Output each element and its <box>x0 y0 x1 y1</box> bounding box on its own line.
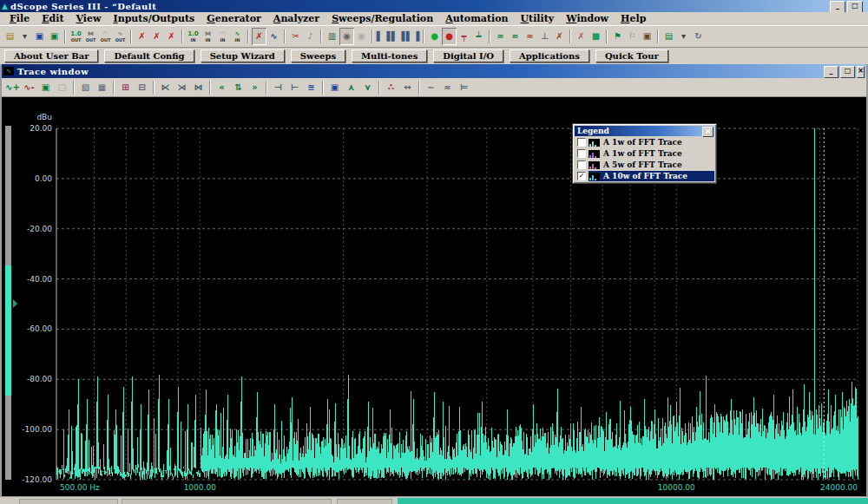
legend-checkbox-2[interactable] <box>577 149 586 158</box>
input-monitor-icon[interactable]: ◠IN <box>215 28 230 45</box>
input-aux-icon[interactable]: ∿IN <box>230 28 245 45</box>
output-digital-icon[interactable]: ⋈OUT <box>83 28 98 45</box>
trace-close-button[interactable]: × <box>857 66 865 78</box>
graph-options-icon[interactable]: ⊞ <box>117 79 134 96</box>
trace-window-titlebar[interactable]: ∿ Trace window _ □ × <box>2 64 866 78</box>
expand-x-icon[interactable]: ⋉ <box>157 79 174 96</box>
menu-item-generator[interactable]: Generator <box>201 13 267 24</box>
level-meter-handle[interactable] <box>13 299 17 308</box>
channel-status-b-icon[interactable]: ▌▐ <box>391 28 405 45</box>
legend-row-4[interactable]: ✓A 10w of FFT Trace <box>575 171 714 181</box>
pan-right-icon[interactable]: » <box>247 79 263 96</box>
aux-settings-icon[interactable]: ◉ <box>354 28 369 45</box>
z-order-icon[interactable]: ≅ <box>303 79 319 96</box>
legend-toggle-icon[interactable]: ▣ <box>326 79 343 96</box>
menu-item-analyzer[interactable]: Analyzer <box>267 13 326 24</box>
monitor-settings-icon[interactable]: ▥ <box>325 28 339 45</box>
menu-item-help[interactable]: Help <box>615 13 652 24</box>
save-traces-icon[interactable]: ▣ <box>37 79 54 96</box>
report-icon[interactable]: ▤ <box>661 28 676 45</box>
input-digital-icon[interactable]: ⋈IN <box>201 28 215 45</box>
split-traces-icon[interactable]: ⋏ <box>343 79 359 96</box>
userbar-button-setup-wizard[interactable]: Setup Wizard <box>201 49 285 62</box>
minimized-panel[interactable] <box>337 499 392 504</box>
run-icon[interactable]: ● <box>427 28 442 45</box>
merge-traces-icon[interactable]: ⋎ <box>359 79 376 96</box>
open-dropdown-icon[interactable]: ▾ <box>17 28 32 45</box>
open-config-icon[interactable]: ▤ <box>3 28 17 45</box>
userbar-button-digital-i-o[interactable]: Digital I/O <box>433 49 503 62</box>
sweep-stop-icon[interactable]: ≈ <box>523 28 537 45</box>
userbar-button-multi-tones[interactable]: Multi-tones <box>352 49 427 62</box>
signal-cut-icon[interactable]: ✂ <box>288 28 303 45</box>
add-trace-icon[interactable]: ∿+ <box>4 79 21 96</box>
stop-icon[interactable]: ● <box>442 28 457 45</box>
legend-checkbox-4[interactable]: ✓ <box>577 172 586 180</box>
measure-icon[interactable]: ⊨ <box>456 79 472 96</box>
fit-trace-icon[interactable]: ⋈ <box>190 79 207 96</box>
restore-button[interactable]: □ <box>847 1 863 13</box>
userbar-button-about-user-bar[interactable]: About User Bar <box>4 49 98 62</box>
stretch-x-icon[interactable]: ↔ <box>399 79 416 96</box>
mute-output-b-icon[interactable]: ✗ <box>149 28 164 45</box>
sweep-settle-icon[interactable]: ⊥ <box>537 28 552 45</box>
smooth-light-icon[interactable]: ∼ <box>423 79 439 96</box>
tap-output-icon[interactable]: ┯ <box>457 28 471 45</box>
compress-x-icon[interactable]: ⋊ <box>174 79 190 96</box>
smooth-heavy-icon[interactable]: ≈ <box>439 79 456 96</box>
output-aux-icon[interactable]: ∿OUT <box>113 28 128 45</box>
dot-join-icon[interactable]: ∴ <box>383 79 399 96</box>
table-display-icon[interactable]: ▦ <box>94 79 110 96</box>
legend-titlebar[interactable]: Legend × <box>575 126 714 136</box>
output-channel-icon[interactable]: 1.0OUT <box>69 28 83 45</box>
trace-display-icon[interactable]: ▧ <box>77 79 94 96</box>
userbar-button-sweeps[interactable]: Sweeps <box>291 49 345 62</box>
menu-item-file[interactable]: File <box>3 13 36 24</box>
minimized-panel[interactable] <box>19 499 118 504</box>
script-pause-icon[interactable]: ⚐ <box>625 28 640 45</box>
pan-vertical-icon[interactable]: ⇅ <box>230 79 247 96</box>
sweep-single-icon[interactable]: ≈ <box>493 28 508 45</box>
menu-item-sweeps-regulation[interactable]: Sweeps/Regulation <box>326 13 439 24</box>
userbar-button-quick-tour[interactable]: Quick Tour <box>595 49 668 62</box>
cursor-right-icon[interactable]: ⊢ <box>286 79 303 96</box>
menu-item-view[interactable]: View <box>70 13 108 24</box>
menu-item-window[interactable]: Window <box>560 13 615 24</box>
input-mute-icon[interactable]: ✗ <box>252 28 266 45</box>
script-record-icon[interactable]: ▣ <box>640 28 654 45</box>
save-config-as-icon[interactable]: ▣ <box>47 28 62 45</box>
channel-status-c-icon[interactable]: ▌▐ <box>405 28 420 45</box>
pan-left-icon[interactable]: « <box>214 79 230 96</box>
legend-row-1[interactable]: A 1w of FFT Trace <box>575 137 714 147</box>
copy-trace-icon[interactable]: ▢ <box>54 79 70 96</box>
app-titlebar[interactable]: ▲ dScope Series III - “Default _ □ <box>0 0 868 12</box>
analyzer-settings-icon[interactable]: ◉ <box>339 28 354 45</box>
legend-row-2[interactable]: A 1w of FFT Trace <box>575 148 714 159</box>
userbar-button-applications[interactable]: Applications <box>510 49 589 62</box>
report-dropdown-icon[interactable]: ▾ <box>676 28 691 45</box>
input-channel-icon[interactable]: 1.0IN <box>186 28 201 45</box>
mute-output-a-icon[interactable]: ✗ <box>135 28 149 45</box>
script-run-icon[interactable]: ⚑ <box>610 28 625 45</box>
legend-window[interactable]: Legend × A 1w of FFT TraceA 1w of FFT Tr… <box>572 123 717 184</box>
legend-close-icon[interactable]: × <box>702 127 713 137</box>
minimize-button[interactable]: _ <box>830 1 845 13</box>
mute-output-all-icon[interactable]: ✗ <box>164 28 179 45</box>
menu-item-utility[interactable]: Utility <box>515 13 561 24</box>
sweep-abort-icon[interactable]: ✗ <box>552 28 567 45</box>
legend-row-3[interactable]: A 5w of FFT Trace <box>575 160 714 170</box>
scope-view-icon[interactable]: ∿ <box>266 28 281 45</box>
save-config-icon[interactable]: ▣ <box>32 28 47 45</box>
menu-item-inputs-outputs[interactable]: Inputs/Outputs <box>108 13 201 24</box>
minimized-panel[interactable] <box>122 499 332 504</box>
taskbar-accent[interactable] <box>398 498 868 504</box>
delete-trace-icon[interactable]: ∿- <box>21 79 37 96</box>
trace-minimize-button[interactable]: _ <box>824 66 838 78</box>
axis-options-icon[interactable]: ⊟ <box>134 79 150 96</box>
close-panel-icon[interactable]: ✗ <box>574 28 589 45</box>
legend-checkbox-1[interactable] <box>577 138 586 147</box>
output-monitor-icon[interactable]: ◠OUT <box>98 28 113 45</box>
trace-restore-button[interactable]: □ <box>840 66 855 78</box>
refresh-icon[interactable]: ↻ <box>691 28 706 45</box>
menu-item-edit[interactable]: Edit <box>36 13 69 24</box>
